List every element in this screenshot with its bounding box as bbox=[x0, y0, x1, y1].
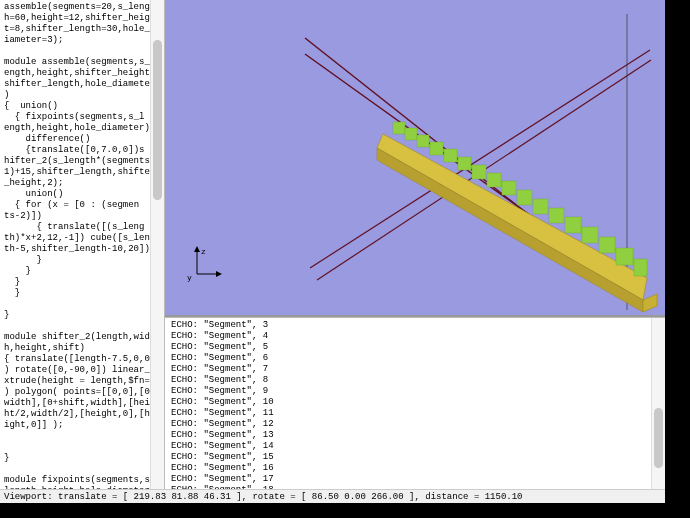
console-output[interactable]: ECHO: "Segment", 3 ECHO: "Segment", 4 EC… bbox=[165, 318, 665, 489]
svg-rect-20 bbox=[565, 217, 581, 233]
svg-marker-26 bbox=[194, 246, 200, 252]
svg-rect-21 bbox=[582, 227, 598, 243]
svg-rect-22 bbox=[599, 237, 615, 253]
model-render bbox=[165, 0, 665, 317]
svg-rect-14 bbox=[472, 165, 486, 179]
right-column: z y ECHO: "Segment", 3 ECHO: "Segment", … bbox=[165, 0, 665, 489]
svg-rect-23 bbox=[616, 248, 633, 265]
svg-rect-19 bbox=[549, 208, 564, 223]
green-segments bbox=[393, 122, 647, 276]
axis-indicator: z y bbox=[183, 244, 223, 287]
svg-marker-28 bbox=[216, 271, 222, 277]
svg-rect-11 bbox=[430, 142, 443, 155]
svg-rect-18 bbox=[533, 199, 548, 214]
svg-rect-24 bbox=[634, 259, 647, 276]
svg-rect-16 bbox=[502, 181, 516, 195]
svg-rect-10 bbox=[417, 135, 429, 147]
svg-marker-5 bbox=[377, 134, 647, 300]
viewport-3d[interactable]: z y bbox=[165, 0, 665, 317]
svg-rect-15 bbox=[487, 173, 501, 187]
app-window: assemble(segments=20,s_lengt h=60,height… bbox=[0, 0, 665, 503]
code-editor[interactable]: assemble(segments=20,s_lengt h=60,height… bbox=[0, 0, 164, 489]
svg-rect-17 bbox=[517, 190, 532, 205]
axis-z-label: z bbox=[201, 247, 206, 256]
status-text: Viewport: translate = [ 219.83 81.88 46.… bbox=[4, 492, 522, 502]
status-bar: Viewport: translate = [ 219.83 81.88 46.… bbox=[0, 489, 665, 503]
main-row: assemble(segments=20,s_lengt h=60,height… bbox=[0, 0, 665, 489]
axis-y-label: y bbox=[187, 273, 192, 282]
code-scrollbar-thumb[interactable] bbox=[153, 40, 162, 200]
code-scrollbar[interactable] bbox=[150, 0, 164, 489]
svg-rect-9 bbox=[405, 128, 417, 140]
console-pane: ECHO: "Segment", 3 ECHO: "Segment", 4 EC… bbox=[165, 317, 665, 489]
code-editor-pane: assemble(segments=20,s_lengt h=60,height… bbox=[0, 0, 165, 489]
svg-rect-13 bbox=[458, 157, 471, 170]
svg-marker-6 bbox=[377, 148, 643, 312]
console-scrollbar-thumb[interactable] bbox=[654, 408, 663, 468]
svg-rect-8 bbox=[393, 122, 405, 134]
svg-rect-12 bbox=[444, 149, 457, 162]
console-scrollbar[interactable] bbox=[651, 318, 665, 489]
svg-marker-7 bbox=[643, 294, 657, 312]
